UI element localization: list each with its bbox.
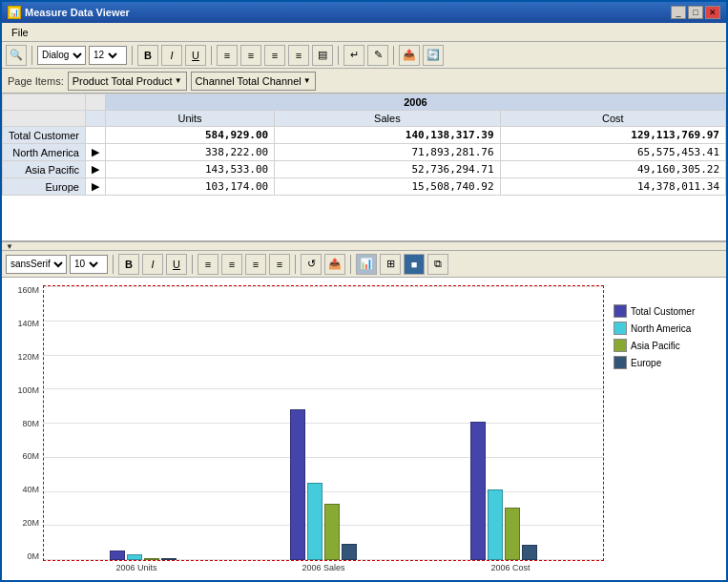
refresh-button[interactable]: 🔄 bbox=[423, 45, 444, 66]
chart-bar[interactable] bbox=[324, 504, 340, 560]
align-justify-button[interactable]: ≡ bbox=[288, 45, 309, 66]
data-cell: 129,113,769.97 bbox=[500, 127, 725, 144]
y-axis-label: 60M bbox=[22, 451, 39, 461]
expand-cell bbox=[85, 127, 105, 144]
chart-bar[interactable] bbox=[307, 483, 322, 560]
font-family-dropdown[interactable]: Dialog bbox=[37, 46, 86, 65]
chart-bar[interactable] bbox=[144, 558, 159, 560]
chart-font-family-dropdown[interactable]: sansSerif bbox=[6, 255, 67, 274]
page-items-bar: Page Items: Product Total Product ▼ Chan… bbox=[2, 69, 726, 94]
minimize-button[interactable]: _ bbox=[671, 6, 686, 19]
legend-color-box bbox=[614, 339, 627, 352]
chart-sep3 bbox=[295, 255, 296, 274]
table-row: Europe▶103,174.0015,508,740.9214,378,011… bbox=[3, 178, 726, 196]
title-bar-left: 📊 Measure Data Viewer bbox=[8, 6, 130, 19]
export-button[interactable]: 📤 bbox=[399, 45, 420, 66]
chart-inner: 160M140M120M100M80M60M40M20M0M bbox=[10, 285, 604, 561]
insert-button[interactable]: ↵ bbox=[343, 45, 364, 66]
y-axis-label: 160M bbox=[17, 285, 39, 295]
y-axis-label: 0M bbox=[27, 551, 39, 561]
legend-label: Total Customer bbox=[631, 306, 695, 317]
splitter[interactable]: ▼ bbox=[2, 241, 726, 251]
chart-bar[interactable] bbox=[290, 409, 305, 560]
chart-color1[interactable]: ■ bbox=[404, 254, 425, 275]
chart-bar[interactable] bbox=[127, 554, 142, 560]
legend-label: Europe bbox=[631, 358, 661, 368]
toolbar-icon1[interactable]: 🔍 bbox=[6, 45, 27, 66]
x-axis-label: 2006 Sales bbox=[230, 563, 417, 572]
expand-cell[interactable]: ▶ bbox=[85, 161, 105, 178]
data-table: 2006 Units Sales Cost Total Customer584,… bbox=[2, 94, 726, 196]
chart-align3[interactable]: ≡ bbox=[245, 254, 266, 275]
data-cell: 103,174.00 bbox=[105, 178, 274, 196]
chart-bar[interactable] bbox=[522, 545, 537, 560]
year-header: 2006 bbox=[105, 94, 725, 111]
window-title: Measure Data Viewer bbox=[25, 7, 130, 18]
bar-group bbox=[413, 422, 593, 560]
font-size-dropdown[interactable]: 12 bbox=[89, 46, 127, 65]
y-axis-label: 80M bbox=[22, 419, 39, 428]
chart-grid-button[interactable]: ⊞ bbox=[380, 254, 401, 275]
row-label: North America bbox=[3, 144, 86, 161]
chart-bar[interactable] bbox=[161, 558, 177, 560]
channel-dropdown[interactable]: Channel Total Channel ▼ bbox=[191, 72, 316, 91]
chart-type-button[interactable]: 📊 bbox=[356, 254, 377, 275]
align-right-button[interactable]: ≡ bbox=[264, 45, 285, 66]
align-left-button[interactable]: ≡ bbox=[217, 45, 238, 66]
chart-container: 160M140M120M100M80M60M40M20M0M 2006 Unit… bbox=[10, 285, 604, 572]
menu-file[interactable]: File bbox=[6, 26, 34, 39]
table-row: Total Customer584,929.00140,138,317.3912… bbox=[3, 127, 726, 144]
chart-align2[interactable]: ≡ bbox=[221, 254, 242, 275]
chart-sep4 bbox=[350, 255, 351, 274]
bold-button[interactable]: B bbox=[137, 45, 158, 66]
legend-item: Asia Pacific bbox=[614, 339, 718, 352]
x-axis-label: 2006 Units bbox=[43, 563, 230, 572]
col-header-sales: Sales bbox=[275, 111, 500, 127]
row-label: Europe bbox=[3, 178, 86, 196]
chart-align1[interactable]: ≡ bbox=[198, 254, 218, 275]
font-family-select[interactable]: Dialog bbox=[38, 47, 85, 64]
chart-bold-button[interactable]: B bbox=[118, 254, 139, 275]
y-axis: 160M140M120M100M80M60M40M20M0M bbox=[10, 285, 43, 561]
channel-label: Channel Total Channel bbox=[196, 75, 302, 87]
data-cell: 14,378,011.34 bbox=[500, 178, 725, 196]
chart-align4[interactable]: ≡ bbox=[269, 254, 290, 275]
chart-bar[interactable] bbox=[110, 551, 125, 560]
italic-button[interactable]: I bbox=[161, 45, 182, 66]
chart-font-select[interactable]: sansSerif bbox=[7, 256, 66, 273]
chart-legend: Total CustomerNorth AmericaAsia PacificE… bbox=[604, 285, 718, 572]
expand-cell[interactable]: ▶ bbox=[85, 144, 105, 161]
underline-button[interactable]: U bbox=[185, 45, 206, 66]
data-cell: 338,222.00 bbox=[105, 144, 274, 161]
close-button[interactable]: ✕ bbox=[705, 6, 720, 19]
row-label-header bbox=[3, 111, 86, 127]
chart-copy-button[interactable]: ⧉ bbox=[427, 254, 448, 275]
chart-underline-button[interactable]: U bbox=[166, 254, 187, 275]
chart-font-size-dropdown[interactable]: 10 bbox=[70, 255, 108, 274]
chart-italic-button[interactable]: I bbox=[142, 254, 163, 275]
format-button[interactable]: ▤ bbox=[312, 45, 333, 66]
chart-bar[interactable] bbox=[505, 508, 520, 560]
chart-export-button[interactable]: 📤 bbox=[324, 254, 345, 275]
page-items-label: Page Items: bbox=[8, 75, 64, 87]
expand-col bbox=[85, 94, 105, 111]
data-cell: 584,929.00 bbox=[105, 127, 274, 144]
legend-color-box bbox=[614, 304, 627, 318]
table-row: North America▶338,222.0071,893,281.7665,… bbox=[3, 144, 726, 161]
chart-bar[interactable] bbox=[470, 422, 486, 560]
data-cell: 52,736,294.71 bbox=[275, 161, 500, 178]
edit-button[interactable]: ✎ bbox=[367, 45, 388, 66]
product-dropdown[interactable]: Product Total Product ▼ bbox=[68, 72, 187, 91]
data-cell: 71,893,281.76 bbox=[275, 144, 500, 161]
maximize-button[interactable]: □ bbox=[688, 6, 703, 19]
font-size-select[interactable]: 12 bbox=[90, 47, 120, 64]
col-header-units: Units bbox=[105, 111, 274, 127]
align-center-button[interactable]: ≡ bbox=[240, 45, 261, 66]
y-axis-label: 20M bbox=[22, 518, 39, 528]
chart-sep2 bbox=[192, 255, 193, 274]
chart-size-select[interactable]: 10 bbox=[71, 256, 101, 273]
chart-refresh-button[interactable]: ↺ bbox=[301, 254, 322, 275]
chart-bar[interactable] bbox=[342, 544, 357, 560]
expand-cell[interactable]: ▶ bbox=[85, 178, 105, 196]
chart-bar[interactable] bbox=[488, 489, 503, 560]
